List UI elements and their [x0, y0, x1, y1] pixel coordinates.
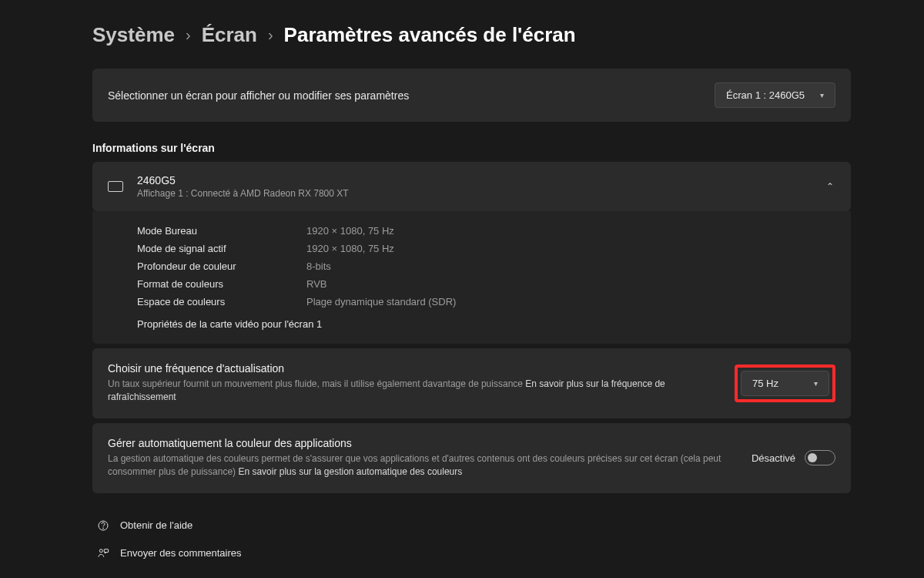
get-help-link[interactable]: Obtenir de l'aide [92, 512, 851, 539]
display-selector-card: Sélectionner un écran pour afficher ou m… [92, 69, 851, 122]
display-info-header[interactable]: 2460G5 Affichage 1 : Connecté à AMD Rade… [92, 162, 851, 211]
feedback-icon [97, 547, 109, 560]
display-info-body: Mode Bureau1920 × 1080, 75 Hz Mode de si… [92, 211, 851, 344]
display-name: 2460G5 [137, 174, 349, 187]
chevron-up-icon: ⌃ [826, 181, 834, 192]
highlight-annotation: 75 Hz ▾ [735, 365, 835, 402]
refresh-rate-dropdown[interactable]: 75 Hz ▾ [741, 371, 829, 396]
refresh-rate-value: 75 Hz [752, 378, 778, 389]
video-card-properties-link[interactable]: Propriétés de la carte vidéo pour l'écra… [137, 318, 835, 330]
display-selector-value: Écran 1 : 2460G5 [726, 89, 805, 101]
chevron-right-icon: › [186, 26, 191, 44]
info-row-color-space: Espace de couleursPlage dynamique standa… [137, 293, 835, 311]
info-row-active-signal: Mode de signal actif1920 × 1080, 75 Hz [137, 240, 835, 257]
help-icon [97, 519, 109, 532]
chevron-right-icon: › [268, 26, 273, 44]
display-info-heading: Informations sur l'écran [92, 142, 851, 154]
auto-color-card: Gérer automatiquement la couleur des app… [92, 423, 851, 493]
refresh-rate-card: Choisir une fréquence d'actualisation Un… [92, 348, 851, 418]
auto-color-title: Gérer automatiquement la couleur des app… [108, 437, 728, 449]
breadcrumb-display[interactable]: Écran [202, 23, 257, 47]
page-title: Paramètres avancés de l'écran [284, 23, 576, 47]
refresh-rate-title: Choisir une fréquence d'actualisation [108, 362, 711, 375]
display-connection: Affichage 1 : Connecté à AMD Radeon RX 7… [137, 188, 349, 199]
monitor-icon [108, 181, 123, 192]
svg-rect-3 [104, 549, 108, 552]
info-row-desktop-mode: Mode Bureau1920 × 1080, 75 Hz [137, 222, 835, 240]
auto-color-desc: La gestion automatique des couleurs perm… [108, 452, 728, 479]
info-row-color-format: Format de couleursRVB [137, 275, 835, 293]
footer-links: Obtenir de l'aide Envoyer des commentair… [92, 512, 851, 567]
refresh-rate-desc: Un taux supérieur fournit un mouvement p… [108, 378, 711, 405]
svg-point-1 [102, 527, 103, 528]
auto-color-state: Désactivé [752, 452, 795, 464]
toggle-knob [808, 453, 817, 462]
send-feedback-link[interactable]: Envoyer des commentaires [92, 539, 851, 567]
display-selector-label: Sélectionner un écran pour afficher ou m… [108, 89, 409, 102]
chevron-down-icon: ▾ [820, 91, 824, 99]
send-feedback-label: Envoyer des commentaires [120, 547, 242, 559]
svg-point-2 [99, 549, 102, 552]
chevron-down-icon: ▾ [814, 379, 818, 388]
display-selector-dropdown[interactable]: Écran 1 : 2460G5 ▾ [715, 82, 835, 108]
auto-color-toggle[interactable] [805, 450, 835, 465]
breadcrumb-system[interactable]: Système [92, 23, 175, 47]
info-row-color-depth: Profondeur de couleur8-bits [137, 257, 835, 275]
get-help-label: Obtenir de l'aide [120, 519, 192, 531]
color-learn-more-link[interactable]: En savoir plus sur la gestion automatiqu… [238, 466, 462, 477]
breadcrumb: Système › Écran › Paramètres avancés de … [92, 23, 851, 47]
